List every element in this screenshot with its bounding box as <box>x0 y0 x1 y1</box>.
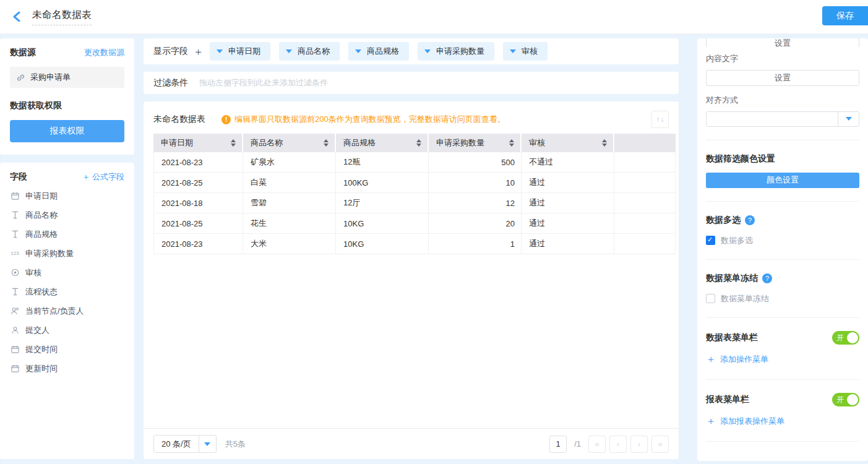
calendar-icon <box>10 364 20 372</box>
help-icon[interactable] <box>762 273 772 283</box>
table-title: 未命名数据表 <box>153 114 205 125</box>
prev-page-button[interactable]: ‹ <box>609 436 627 453</box>
toggle-knob <box>847 394 858 405</box>
color-setting-button[interactable]: 颜色设置 <box>706 173 859 188</box>
text-icon <box>10 288 20 296</box>
align-select-dropdown[interactable] <box>838 112 859 126</box>
add-display-field-icon[interactable]: ＋ <box>193 45 204 59</box>
field-item[interactable]: 当前节点/负责人 <box>10 301 124 320</box>
help-icon[interactable] <box>745 215 755 225</box>
change-datasource-link[interactable]: 更改数据源 <box>84 47 124 58</box>
column-header[interactable]: 商品名称 <box>243 134 336 152</box>
add-report-action-menu-link[interactable]: ＋ 添加报表操作菜单 <box>706 415 859 428</box>
plus-icon: ＋ <box>706 353 716 366</box>
table-row[interactable]: 2021-08-18雪碧12厅12通过 <box>153 193 676 213</box>
main-area: 数据源 更改数据源 采购申请单 数据获取权限 报表权限 字段 ＋ 公式字段 申请… <box>0 34 868 464</box>
field-chip[interactable]: 商品规格 <box>348 42 409 61</box>
page-size-dropdown[interactable] <box>199 436 216 452</box>
add-formula-field-link[interactable]: ＋ 公式字段 <box>82 171 124 183</box>
field-list: 申请日期 商品名称 商品规格 123 申请采购数量 审核 <box>10 186 124 378</box>
text-icon <box>10 211 20 219</box>
report-menubar-toggle[interactable]: 开 <box>832 393 859 406</box>
field-chip[interactable]: 审核 <box>503 42 548 61</box>
field-chip[interactable]: 申请采购数量 <box>418 42 494 61</box>
chevron-down-icon <box>846 117 852 121</box>
table-row[interactable]: 2021-08-25白菜100KG10通过 <box>153 173 676 193</box>
first-page-button[interactable]: « <box>588 436 606 453</box>
field-item[interactable]: 审核 <box>10 263 124 282</box>
preview-table: 申请日期 商品名称 商品规格 申请采购数量 审核 2021-08-23矿泉水12… <box>153 134 676 254</box>
menu-freeze-checkbox-row[interactable]: 数据菜单冻结 <box>706 293 859 304</box>
arrow-down-icon: ↓ <box>661 115 664 124</box>
column-header[interactable]: 审核 <box>522 134 614 152</box>
table-menubar-title: 数据表菜单栏 <box>706 332 758 343</box>
field-item[interactable]: 提交时间 <box>10 340 124 359</box>
clipped-setting-button[interactable]: 设置 <box>706 38 859 47</box>
back-button[interactable] <box>10 10 24 24</box>
sort-icon[interactable] <box>509 139 514 147</box>
page-title[interactable]: 未命名数据表 <box>32 9 92 25</box>
next-page-button[interactable]: › <box>630 436 648 453</box>
save-button[interactable]: 保存 <box>822 6 868 25</box>
data-access-title: 数据获取权限 <box>10 100 124 111</box>
current-page-input[interactable]: 1 <box>549 436 567 453</box>
checkbox-checked-icon[interactable] <box>706 236 715 245</box>
column-header[interactable]: 申请采购数量 <box>429 134 522 152</box>
column-header[interactable]: 商品规格 <box>336 134 429 152</box>
sort-icon[interactable] <box>324 139 329 147</box>
add-action-menu-link[interactable]: ＋ 添加操作菜单 <box>706 353 859 366</box>
user-icon <box>10 326 20 334</box>
report-permission-button[interactable]: 报表权限 <box>10 120 124 142</box>
field-item[interactable]: 商品规格 <box>10 225 124 244</box>
page-size-value: 20 条/页 <box>154 439 199 450</box>
divider <box>706 140 859 140</box>
sort-icon[interactable] <box>416 139 421 147</box>
sort-icon[interactable] <box>602 139 607 147</box>
display-fields-bar: 显示字段 ＋ 申请日期 商品名称 商品规格 申请采购数量 审核 <box>144 38 679 64</box>
divider <box>706 441 859 442</box>
field-item[interactable]: 商品名称 <box>10 205 124 225</box>
menu-freeze-checkbox-label: 数据菜单冻结 <box>721 293 769 304</box>
datasource-item[interactable]: 采购申请单 <box>10 67 124 88</box>
table-row[interactable]: 2021-08-23大米10KG1通过 <box>153 234 676 254</box>
calendar-icon <box>10 192 20 200</box>
field-item[interactable]: 更新时间 <box>10 359 124 378</box>
calendar-icon <box>10 345 20 353</box>
page-size-select[interactable]: 20 条/页 <box>153 435 217 453</box>
settings-sidebar: 设置 内容文字 设置 对齐方式 数据筛选颜色设置 颜色设置 数据多选 数据多选 <box>697 38 868 459</box>
column-header[interactable]: 申请日期 <box>153 134 243 152</box>
arrow-up-icon: ↑ <box>656 115 660 124</box>
sort-order-button[interactable]: ↑↓ <box>651 111 669 128</box>
chevron-down-icon <box>286 49 292 53</box>
align-select[interactable] <box>706 111 859 127</box>
field-item[interactable]: 申请日期 <box>10 186 124 205</box>
left-sidebar: 数据源 更改数据源 采购申请单 数据获取权限 报表权限 字段 ＋ 公式字段 申请… <box>0 38 134 459</box>
plus-icon: ＋ <box>82 172 92 181</box>
last-page-button[interactable]: » <box>651 436 669 453</box>
divider <box>706 317 859 318</box>
filter-bar[interactable]: 过滤条件 拖动左侧字段到此处来添加过滤条件 <box>144 72 679 94</box>
chevron-left-icon <box>12 12 21 22</box>
pagination-bar: 20 条/页 共5条 1 /1 « ‹ › » <box>144 428 679 459</box>
content-text-setting-button[interactable]: 设置 <box>706 70 859 85</box>
data-table-card: 未命名数据表 ! 编辑界面只取数据源前200条作为查询数据预览，完整数据请访问页… <box>144 101 679 459</box>
plus-icon: ＋ <box>706 415 716 428</box>
field-item[interactable]: 123 申请采购数量 <box>10 244 124 263</box>
filter-color-title: 数据筛选颜色设置 <box>706 153 859 165</box>
datasource-card: 数据源 更改数据源 采购申请单 数据获取权限 报表权限 <box>0 38 134 155</box>
table-row[interactable]: 2021-08-25花生10KG20通过 <box>153 213 676 234</box>
field-chip[interactable]: 申请日期 <box>210 42 270 61</box>
report-menubar-title: 报表菜单栏 <box>706 394 749 405</box>
field-item[interactable]: 提交人 <box>10 320 124 340</box>
datasource-title: 数据源 <box>10 47 36 58</box>
fields-title: 字段 <box>10 171 27 183</box>
multi-select-checkbox-row[interactable]: 数据多选 <box>706 235 859 246</box>
chevron-down-icon <box>204 442 210 446</box>
field-chip[interactable]: 商品名称 <box>279 42 340 61</box>
table-menubar-toggle[interactable]: 开 <box>832 331 859 345</box>
field-item[interactable]: 流程状态 <box>10 282 124 301</box>
table-row[interactable]: 2021-08-23矿泉水12瓶500不通过 <box>153 152 676 173</box>
sort-icon[interactable] <box>231 139 236 147</box>
checkbox-unchecked-icon[interactable] <box>706 294 715 303</box>
display-field-chips: 申请日期 商品名称 商品规格 申请采购数量 审核 <box>210 42 548 61</box>
